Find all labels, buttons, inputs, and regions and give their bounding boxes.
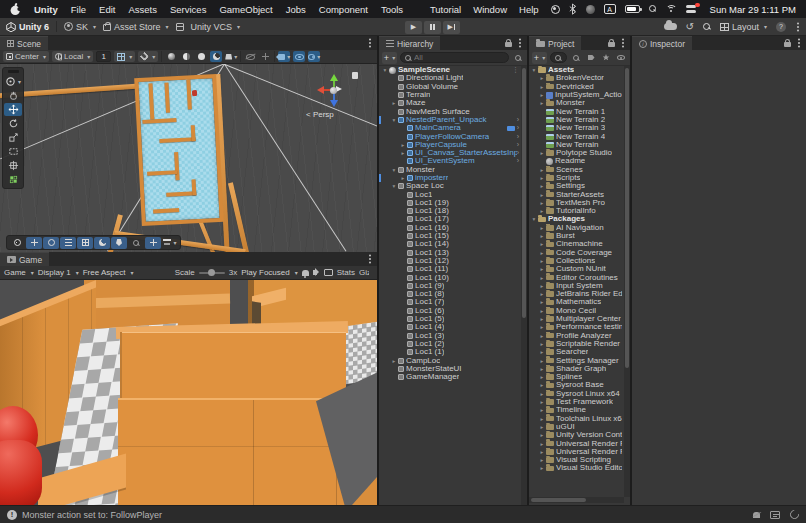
orientation-dropdown[interactable]: Local	[52, 51, 93, 62]
project-item[interactable]: ▸Test Framework	[529, 398, 624, 406]
foldout-arrow-icon[interactable]: ▸	[399, 149, 407, 157]
hierarchy-item[interactable]: Loc1 (17)	[379, 215, 521, 223]
control-center-icon[interactable]	[686, 5, 698, 14]
project-item[interactable]: ▸Unity Version Control	[529, 431, 624, 439]
hierarchy-item[interactable]: Loc1	[379, 190, 521, 198]
hierarchy-item[interactable]: MainCamera›	[379, 124, 521, 132]
hierarchy-item[interactable]: ▾NestedParent_Unpack›	[379, 116, 521, 124]
foldout-arrow-icon[interactable]: ▸	[538, 332, 546, 340]
pause-button[interactable]	[424, 21, 441, 34]
editor-search-icon[interactable]	[703, 23, 711, 31]
inspector-lock-icon[interactable]	[784, 42, 791, 47]
help-icon[interactable]: ?	[776, 22, 786, 32]
project-item[interactable]: ▸Universal Render Pipeline	[529, 448, 624, 456]
foldout-arrow-icon[interactable]: ▸	[538, 74, 546, 82]
foldout-arrow-icon[interactable]: ▸	[538, 373, 546, 381]
hierarchy-item[interactable]: Loc1 (19)	[379, 199, 521, 207]
project-item[interactable]: ▸AI Navigation	[529, 224, 624, 232]
project-menu-icon[interactable]	[622, 42, 624, 44]
tab-game[interactable]: Game	[0, 252, 49, 266]
project-item[interactable]: ▸BrokenVector	[529, 74, 624, 82]
pose-overlay-button[interactable]	[43, 237, 59, 249]
view-tool-dropdown[interactable]	[4, 75, 22, 88]
foldout-arrow-icon[interactable]: ▸	[538, 149, 546, 157]
project-item[interactable]: ▸Sysroot Linux x64	[529, 390, 624, 398]
menu-item-jobs[interactable]: Jobs	[286, 4, 306, 15]
hierarchy-item[interactable]: NavMesh Surface	[379, 107, 521, 115]
hierarchy-item[interactable]: ▾Space Loc	[379, 182, 521, 190]
grid-overlay-button[interactable]	[77, 237, 93, 249]
mute-notifications-icon[interactable]	[753, 512, 760, 518]
foldout-arrow-icon[interactable]: ▸	[538, 83, 546, 91]
cloud-icon[interactable]	[664, 23, 677, 30]
menu-item-edit[interactable]: Edit	[99, 4, 115, 15]
step-button[interactable]: ▶	[443, 21, 460, 34]
project-item[interactable]: ▸Mono Cecil	[529, 307, 624, 315]
undo-history-icon[interactable]: ↺	[686, 22, 694, 32]
layers-overlay-button[interactable]	[162, 237, 178, 249]
z-axis-cone[interactable]	[330, 100, 338, 107]
gizmo-center-ball[interactable]	[330, 87, 337, 94]
scene-panel-menu-icon[interactable]	[369, 42, 371, 44]
item-more-icon[interactable]: ⋮	[512, 66, 519, 74]
menu-item-assets[interactable]: Assets	[128, 4, 157, 15]
project-item[interactable]: ▸Scenes	[529, 166, 624, 174]
project-item[interactable]: ▾Packages	[529, 215, 624, 223]
screen-record-icon[interactable]	[551, 5, 560, 14]
battery-icon[interactable]	[625, 5, 640, 13]
pivot-dropdown[interactable]: Center	[3, 51, 49, 62]
foldout-arrow-icon[interactable]: ▸	[538, 406, 546, 414]
project-item[interactable]: ▸Mathematics	[529, 298, 624, 306]
skybox-toggle[interactable]	[195, 51, 207, 62]
custom-tool-button[interactable]	[4, 173, 22, 186]
foldout-arrow-icon[interactable]: ▸	[538, 240, 546, 248]
hierarchy-item[interactable]: ▾SampleScene⋮	[379, 66, 521, 74]
foldout-arrow-icon[interactable]: ▸	[538, 166, 546, 174]
project-item[interactable]: New Terrain 4	[529, 132, 624, 140]
inspector-menu-icon[interactable]	[798, 42, 800, 44]
foldout-arrow-icon[interactable]: ▸	[538, 464, 546, 472]
hierarchy-item[interactable]: Loc1 (9)	[379, 282, 521, 290]
menu-item-help[interactable]: Help	[519, 4, 539, 15]
project-item[interactable]: ▸Splines	[529, 373, 624, 381]
foldout-arrow-icon[interactable]: ▸	[538, 365, 546, 373]
apple-logo-icon[interactable]	[10, 3, 21, 16]
tab-hierarchy[interactable]: Hierarchy	[379, 36, 440, 50]
foldout-arrow-icon[interactable]: ▸	[399, 141, 407, 149]
project-item[interactable]: ▸Sysroot Base	[529, 381, 624, 389]
foldout-arrow-icon[interactable]: ▸	[538, 381, 546, 389]
vsync-monitor-icon[interactable]	[324, 269, 333, 276]
hierarchy-item[interactable]: ▸PlayerCapsule›	[379, 141, 521, 149]
foldout-arrow-icon[interactable]: ▸	[538, 207, 546, 215]
foldout-arrow-icon[interactable]: ▸	[538, 415, 546, 423]
foldout-arrow-icon[interactable]: ▸	[538, 423, 546, 431]
foldout-arrow-icon[interactable]: ▸	[538, 357, 546, 365]
foldout-arrow-icon[interactable]: ▸	[538, 431, 546, 439]
audio-speaker-icon[interactable]	[313, 270, 317, 275]
snap-grid-dropdown[interactable]	[114, 51, 135, 62]
project-create-button[interactable]: +	[532, 52, 547, 64]
foldout-arrow-icon[interactable]: ▸	[399, 174, 407, 182]
project-item[interactable]: ▸Code Coverage	[529, 249, 624, 257]
hierarchy-item[interactable]: Loc1 (8)	[379, 290, 521, 298]
foldout-arrow-icon[interactable]: ▸	[538, 298, 546, 306]
hierarchy-item[interactable]: Loc1 (7)	[379, 298, 521, 306]
hierarchy-item[interactable]: ▸UI_Canvas_StarterAssetsInputs›	[379, 149, 521, 157]
foldout-arrow-icon[interactable]: ▸	[538, 257, 546, 265]
hierarchy-item[interactable]: ▸Maze	[379, 99, 521, 107]
hierarchy-search-input[interactable]	[414, 53, 504, 62]
aspect-dropdown[interactable]: Free Aspect	[83, 268, 171, 277]
project-item[interactable]: ▸Toolchain Linux x64 Host	[529, 414, 624, 422]
hierarchy-item[interactable]: ▾Monster	[379, 166, 521, 174]
foldout-arrow-icon[interactable]: ▸	[538, 274, 546, 282]
move-overlay-button[interactable]	[26, 237, 42, 249]
draw-mode-toggle[interactable]	[165, 51, 177, 62]
hierarchy-item[interactable]: GameManager	[379, 373, 521, 381]
foldout-arrow-icon[interactable]: ▸	[390, 99, 398, 107]
hierarchy-filter-button[interactable]	[512, 52, 524, 64]
project-item[interactable]: ▸Timeline	[529, 406, 624, 414]
project-item[interactable]: ▸Universal Render Pipeline	[529, 439, 624, 447]
foldout-arrow-icon[interactable]: ▸	[538, 290, 546, 298]
project-item[interactable]: ▸uGUI	[529, 423, 624, 431]
foldout-arrow-icon[interactable]: ▾	[381, 66, 389, 74]
